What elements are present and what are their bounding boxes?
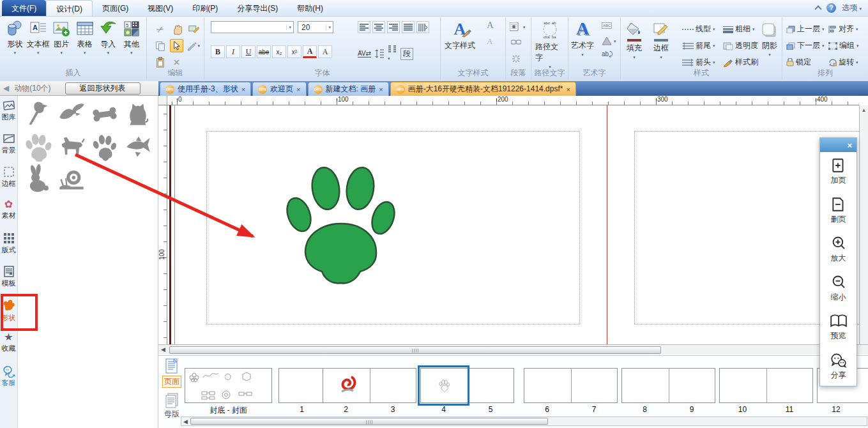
text-style-a1-icon[interactable]: A <box>487 20 494 31</box>
thumbnails-scrollbar[interactable]: ◀ <box>181 417 867 426</box>
thickness-button[interactable]: 粗细 <box>735 24 750 34</box>
insert-table-button[interactable]: 表格▾ <box>73 19 97 55</box>
draw-tool-icon[interactable]: ▾ <box>187 39 200 52</box>
align-right-icon[interactable] <box>387 21 400 33</box>
arrow-head-button[interactable]: 箭头 <box>696 57 711 68</box>
shape-rabbit[interactable] <box>22 162 55 194</box>
spellcheck-icon[interactable]: ABC <box>602 22 612 29</box>
line-spacing-icon[interactable] <box>375 49 384 58</box>
align-left-icon[interactable] <box>358 21 370 33</box>
art-shape-icon[interactable] <box>602 36 612 45</box>
delete-icon[interactable]: × <box>170 56 183 69</box>
send-backward-button[interactable]: 下一层 <box>797 40 820 51</box>
vertical-text-icon[interactable] <box>416 21 429 33</box>
thumbnail-spread-2-3[interactable] <box>323 368 416 403</box>
align-justify-icon[interactable] <box>402 21 415 33</box>
insert-other-button[interactable]: 5 其他▾ <box>120 19 144 55</box>
back-to-shape-list-button[interactable]: 返回形状列表 <box>65 82 141 95</box>
case-change-icon[interactable]: ab⤸ <box>602 50 613 58</box>
line-type-button[interactable]: 线型 <box>696 24 711 34</box>
sidebar-item-border[interactable]: 边框 <box>0 162 17 195</box>
delete-page-button[interactable]: 删页 <box>820 191 857 230</box>
menu-share-export[interactable]: 分享导出(S) <box>227 0 287 16</box>
page-number[interactable]: 7 <box>570 405 618 414</box>
add-page-button[interactable]: 加页 <box>820 152 857 191</box>
sidebar-item-material[interactable]: ✿ 素材 <box>0 195 17 229</box>
char-style-button[interactable]: A <box>318 45 332 58</box>
thumbnail-spread-10-11[interactable] <box>719 368 813 403</box>
insert-shape-button[interactable]: 形状▾ <box>3 19 27 55</box>
font-size-select[interactable]: 20▾ <box>298 21 333 33</box>
opacity-button[interactable]: 透明度 <box>735 40 758 51</box>
menu-design[interactable]: 设计(D) <box>46 0 93 16</box>
fill-button[interactable]: 填充▾ <box>626 21 643 59</box>
shape-snail[interactable] <box>55 162 88 194</box>
font-family-select[interactable]: ▾ <box>211 21 294 33</box>
tab-close-icon[interactable]: × <box>241 86 245 93</box>
art-text-button[interactable]: A 艺术字 ▾ <box>571 19 594 57</box>
text-wrap-icon[interactable] <box>510 22 521 31</box>
shape-paw-print-highlight[interactable] <box>22 130 55 162</box>
hand-pan-icon[interactable] <box>170 22 183 36</box>
page-number[interactable]: 2 <box>323 405 369 414</box>
sidebar-item-gallery[interactable]: 图库 <box>0 96 17 129</box>
share-button[interactable]: 分享 <box>820 347 857 386</box>
thumbnail-spread-8-9[interactable] <box>621 368 715 403</box>
pages-view-button[interactable]: 页面 <box>160 358 183 388</box>
insert-textbox-button[interactable]: A 文本框▾ <box>27 19 50 55</box>
menu-print[interactable]: 印刷(P) <box>183 0 227 16</box>
scrollbar-thumb[interactable] <box>190 418 548 425</box>
path-text-button[interactable]: abcabcbaba 路径文字 ▾ <box>535 19 565 69</box>
scroll-left-icon[interactable]: ◀ <box>161 346 165 353</box>
canvas-horizontal-scrollbar[interactable]: ◀ <box>158 344 868 355</box>
select-arrow-tool[interactable] <box>170 39 183 52</box>
page-number[interactable]: 8 <box>621 405 668 414</box>
thumbnail-spread-6-7[interactable] <box>524 368 618 403</box>
tab-active-document[interactable]: DPS 画册-大16开硬壳精装-文档191226-1414.dpsf* × <box>390 82 576 96</box>
sidebar-item-background[interactable]: 背景 <box>0 129 17 162</box>
insert-image-button[interactable]: 图片▾ <box>50 19 73 55</box>
font-color-button[interactable]: A <box>303 45 317 58</box>
paragraph-settings-icon[interactable]: 段 <box>400 48 413 60</box>
menu-file[interactable]: 文件(F) <box>2 0 46 16</box>
menu-page[interactable]: 页面(G) <box>93 0 138 16</box>
tab-close-icon[interactable]: × <box>379 86 383 93</box>
insert-import-button[interactable]: 导入▾ <box>96 19 120 55</box>
collapse-ribbon-icon[interactable] <box>814 5 821 12</box>
menu-help[interactable]: 帮助(H) <box>287 0 333 16</box>
cut-icon[interactable]: ✂ <box>151 20 169 38</box>
page-number[interactable]: 4 <box>420 405 467 414</box>
tab-welcome[interactable]: DPS 欢迎页 × <box>252 82 306 96</box>
strikethrough-button[interactable]: abe <box>257 45 271 58</box>
copy-icon[interactable] <box>153 39 167 52</box>
superscript-button[interactable]: x² <box>287 45 301 58</box>
bring-forward-button[interactable]: 上一层 <box>797 24 820 34</box>
help-icon[interactable]: ? <box>826 3 836 13</box>
zoom-in-button[interactable]: 放大 <box>820 230 857 269</box>
green-paw-shape[interactable] <box>280 155 407 293</box>
text-style-button[interactable]: A 文字样式 <box>445 20 475 51</box>
canvas-area[interactable]: 0 100 200 300 400 100 ▲ <box>158 96 868 344</box>
page-number[interactable]: 9 <box>668 405 715 414</box>
border-button[interactable]: 边框▾ <box>653 21 669 59</box>
style-brush-button[interactable]: 样式刷 <box>735 57 758 68</box>
underline-button[interactable]: U <box>241 45 255 58</box>
tab-close-icon[interactable]: × <box>296 86 300 93</box>
group-objects-button[interactable]: 编组 <box>839 40 855 51</box>
link-text-icon[interactable] <box>511 39 521 45</box>
sidebar-item-template[interactable]: 模板 <box>0 262 17 295</box>
format-painter-icon[interactable] <box>187 22 200 36</box>
paste-icon[interactable] <box>153 56 167 69</box>
lock-button[interactable]: 锁定 <box>796 57 811 68</box>
shape-cat[interactable] <box>121 98 155 130</box>
shadow-button[interactable]: 阴影▾ <box>761 22 778 57</box>
shape-paw-print[interactable] <box>88 130 121 162</box>
master-view-button[interactable]: 母版 <box>160 393 183 420</box>
align-center-icon[interactable] <box>372 21 385 33</box>
sidebar-item-support[interactable]: 客服 <box>0 362 17 395</box>
page-number[interactable]: 3 <box>369 405 416 414</box>
scrollbar-thumb[interactable] <box>169 346 661 354</box>
shape-bone[interactable] <box>88 98 121 130</box>
page-number[interactable]: 5 <box>467 405 514 414</box>
arrow-tail-button[interactable]: 箭尾 <box>696 40 711 51</box>
